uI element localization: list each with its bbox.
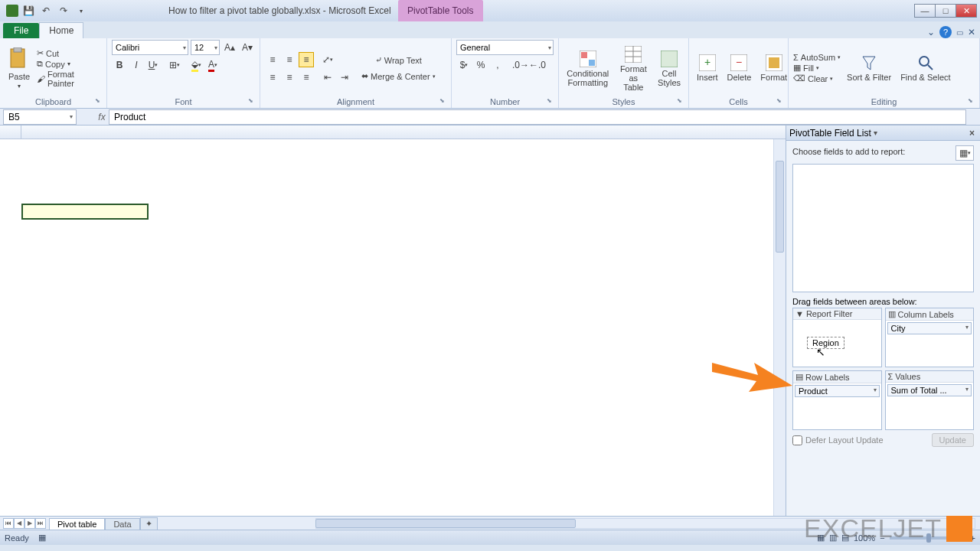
vertical-scrollbar[interactable] [773,139,786,516]
cell-styles-button[interactable]: Cell Styles [655,49,684,89]
pane-layout-dropdown-icon[interactable]: ▾ [871,129,880,137]
increase-decimal-button[interactable]: .0→ [513,57,528,73]
format-painter-button[interactable]: 🖌Format Painter [37,70,102,88]
help-icon[interactable]: ? [939,26,952,38]
sort-filter-button[interactable]: Sort & Filter [844,53,894,83]
values-area[interactable]: ΣValues Sum of Total ... [885,370,975,430]
macro-record-icon[interactable]: ▦ [38,533,46,543]
paste-button[interactable]: Paste▾ [5,46,34,91]
percent-format-button[interactable]: % [473,57,488,73]
filter-icon: ▼ [795,309,804,318]
svg-line-17 [928,65,933,70]
update-button[interactable]: Update [932,433,974,447]
underline-button[interactable]: U▾ [145,57,161,73]
title-bar: 💾 ↶ ↷ ▾ How to filter a pivot table glob… [0,0,980,21]
align-left-icon[interactable]: ≡ [265,70,280,85]
area-item-city[interactable]: City [887,322,972,334]
close-button[interactable]: ✕ [956,4,977,18]
field-list-layout-button[interactable]: ▦▾ [956,145,974,161]
redo-icon[interactable]: ↷ [56,3,71,18]
sheet-nav-buttons[interactable]: ⏮◀▶⏭ [0,518,49,529]
window-restore-icon[interactable]: ▭ [956,28,963,37]
insert-cells-button[interactable]: +Insert [694,53,721,83]
accounting-format-button[interactable]: $▾ [456,57,472,73]
close-workbook-icon[interactable]: ✕ [968,27,975,37]
font-color-button[interactable]: A▾ [205,57,220,73]
column-labels-area[interactable]: ▥Column Labels City [885,308,975,367]
font-size-combo[interactable]: 12 [191,40,220,55]
select-all-corner[interactable] [0,126,21,139]
svg-rect-9 [661,51,678,67]
wrap-icon: ⤶ [375,55,382,65]
qat-customize-icon[interactable]: ▾ [74,3,89,18]
pivottable-field-list-pane: PivotTable Field List ▾ × Choose fields … [786,126,980,516]
wrap-text-button[interactable]: ⤶Wrap Text [358,53,441,68]
fill-button[interactable]: ▦Fill▾ [793,63,841,73]
align-right-icon[interactable]: ≡ [299,70,314,85]
maximize-button[interactable]: □ [935,4,956,18]
areas-prompt: Drag fields between areas below: [792,297,974,306]
decrease-indent-icon[interactable]: ⇤ [320,70,335,85]
fill-color-button[interactable]: ⬙▾ [188,57,204,73]
number-format-combo[interactable]: General [456,40,554,55]
format-cells-button[interactable]: Format [757,53,790,83]
cursor-icon: ↖ [816,346,825,358]
sheet-tab-data[interactable]: Data [105,518,139,530]
autosum-button[interactable]: ΣAutoSum▾ [793,53,841,62]
decrease-decimal-button[interactable]: ←.0 [530,57,545,73]
fx-icon[interactable]: fx [95,112,109,122]
field-list[interactable] [792,164,974,292]
group-label: Editing [793,96,975,108]
undo-icon[interactable]: ↶ [38,3,54,18]
quick-access[interactable]: 💾 ↶ ↷ ▾ [3,3,92,18]
align-center-icon[interactable]: ≡ [282,70,297,85]
row-labels-area[interactable]: ▤Row Labels Product [792,370,882,430]
bold-button[interactable]: B [112,57,127,73]
cut-button[interactable]: ✂Cut [37,48,102,58]
column-headers[interactable] [0,126,786,139]
tab-home[interactable]: Home [39,22,83,38]
new-sheet-icon[interactable]: ✦ [140,517,158,530]
status-ready: Ready [5,533,29,543]
align-top-icon[interactable]: ≡ [265,52,280,67]
copy-button[interactable]: ⧉Copy▾ [37,59,102,69]
save-icon[interactable]: 💾 [21,3,36,18]
orientation-icon[interactable]: ⤢▾ [320,52,335,67]
comma-format-button[interactable]: , [490,57,505,73]
svg-text:−: − [736,56,742,68]
contextual-tab-title: PivotTable Tools [398,0,483,21]
area-item-sumtotal[interactable]: Sum of Total ... [887,384,972,396]
italic-button[interactable]: I [129,57,144,73]
delete-cells-button[interactable]: −Delete [724,53,755,83]
report-filter-area[interactable]: ▼Report Filter Region ↖ [792,308,882,367]
minimize-ribbon-icon[interactable]: ⌄ [927,27,935,37]
format-as-table-button[interactable]: Format as Table [616,44,652,93]
formula-input[interactable]: Product [109,109,966,125]
align-bottom-icon[interactable]: ≡ [299,52,314,67]
svg-rect-1 [14,47,21,52]
defer-layout-checkbox[interactable] [792,435,802,445]
annotation-arrow [712,355,796,393]
area-item-product[interactable]: Product [795,385,880,397]
formula-bar: B5 fx Product [0,109,980,126]
clear-button[interactable]: ⌫Clear▾ [793,73,841,83]
pane-close-icon[interactable]: × [967,128,977,139]
ribbon-tabs: File Home ⌄ ? ▭ ✕ [0,21,980,38]
file-tab[interactable]: File [3,23,39,38]
sheet-tab-active[interactable]: Pivot table [49,518,105,530]
align-middle-icon[interactable]: ≡ [282,52,297,67]
increase-indent-icon[interactable]: ⇥ [337,70,352,85]
shrink-font-icon[interactable]: A▾ [240,40,255,55]
conditional-formatting-button[interactable]: Conditional Formatting [564,49,612,89]
worksheet-grid[interactable] [0,126,786,516]
merge-center-button[interactable]: ⬌Merge & Center▾ [358,69,441,84]
group-label: Font [112,96,255,108]
name-box[interactable]: B5 [3,109,77,125]
find-select-button[interactable]: Find & Select [897,53,953,83]
exceljet-watermark: EXCELJET [804,514,972,543]
font-name-combo[interactable]: Calibri [112,40,188,55]
columns-icon: ▥ [888,309,896,319]
minimize-button[interactable]: — [914,4,936,18]
border-button[interactable]: ⊞▾ [167,57,182,73]
grow-font-icon[interactable]: A▴ [222,40,237,55]
